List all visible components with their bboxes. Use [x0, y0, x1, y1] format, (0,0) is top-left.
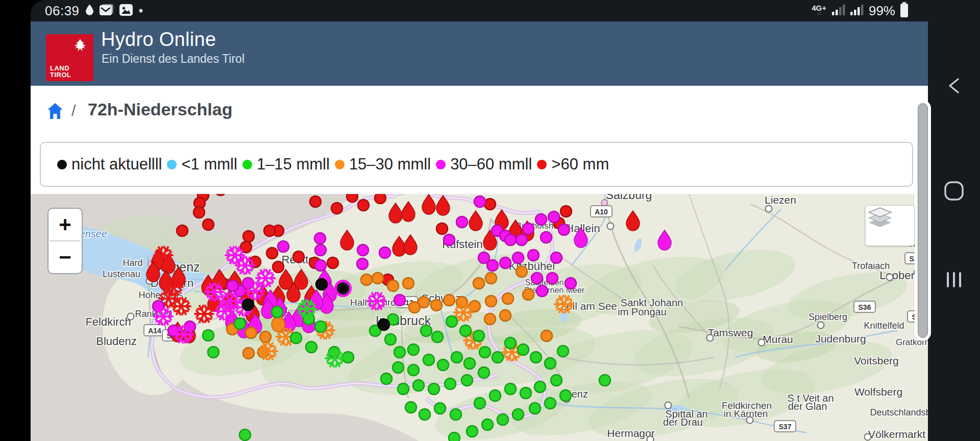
station-marker-dot[interactable] — [242, 299, 254, 310]
station-marker-dot[interactable] — [361, 274, 372, 285]
station-marker-dot[interactable] — [431, 300, 442, 311]
station-marker-dot[interactable] — [446, 316, 457, 327]
station-marker-dot[interactable] — [531, 273, 543, 284]
station-marker-dot[interactable] — [379, 247, 390, 258]
station-marker-dot[interactable] — [387, 280, 399, 291]
station-marker-dot[interactable] — [378, 319, 389, 330]
station-marker-dot[interactable] — [260, 331, 271, 342]
station-marker-dot[interactable] — [444, 295, 455, 306]
station-marker-dot[interactable] — [357, 244, 369, 256]
station-marker-dot[interactable] — [227, 280, 238, 291]
station-marker-dot[interactable] — [444, 234, 455, 246]
station-marker-dot[interactable] — [461, 375, 473, 386]
nav-back-button[interactable] — [928, 65, 980, 106]
station-marker-dot[interactable] — [273, 261, 284, 273]
station-marker-dot[interactable] — [450, 409, 461, 420]
station-marker-dot[interactable] — [264, 225, 275, 236]
station-marker-dot[interactable] — [484, 199, 496, 210]
station-marker-dot[interactable] — [541, 232, 552, 243]
station-marker-dot[interactable] — [419, 409, 430, 420]
station-marker-dot[interactable] — [290, 332, 302, 344]
station-marker-dot[interactable] — [456, 216, 468, 228]
station-marker-dot[interactable] — [451, 352, 462, 363]
station-marker-dot[interactable] — [310, 196, 321, 207]
station-marker-dot[interactable] — [385, 334, 396, 345]
station-marker-dot[interactable] — [445, 378, 456, 389]
station-marker-dot[interactable] — [482, 419, 493, 430]
station-marker-dot[interactable] — [449, 432, 460, 441]
station-marker-dot[interactable] — [306, 341, 317, 353]
station-marker-dot[interactable] — [208, 347, 219, 358]
station-marker-dot[interactable] — [478, 367, 489, 378]
station-marker-dot[interactable] — [474, 196, 485, 207]
station-marker-dot[interactable] — [203, 219, 214, 230]
station-marker-dot[interactable] — [315, 321, 326, 332]
precipitation-map[interactable]: A10A14S16A12S36S3S3S37BodenseeHardBregen… — [31, 194, 928, 441]
station-marker-dot[interactable] — [314, 233, 326, 244]
station-marker-dot[interactable] — [530, 352, 542, 363]
station-marker-dot[interactable] — [460, 325, 471, 336]
station-marker-dot[interactable] — [484, 313, 496, 325]
station-marker-dot[interactable] — [398, 383, 409, 395]
station-marker-dot[interactable] — [523, 223, 534, 234]
station-marker-dot[interactable] — [520, 387, 531, 399]
station-marker-dot[interactable] — [293, 251, 304, 262]
station-marker-dot[interactable] — [393, 362, 404, 373]
station-marker-dot[interactable] — [479, 347, 491, 358]
station-marker-dot[interactable] — [272, 306, 283, 317]
station-marker-dot[interactable] — [394, 347, 405, 358]
station-marker-dot[interactable] — [408, 364, 419, 376]
station-marker-dot[interactable] — [193, 207, 205, 218]
station-marker-dot[interactable] — [505, 383, 516, 395]
station-marker-dot[interactable] — [243, 348, 254, 359]
station-marker-dot[interactable] — [266, 248, 278, 259]
station-marker-dot[interactable] — [473, 330, 484, 341]
station-marker-dot[interactable] — [545, 358, 556, 369]
station-marker-dot[interactable] — [489, 390, 501, 401]
station-marker-dot[interactable] — [474, 398, 485, 409]
station-marker-dot[interactable] — [551, 252, 562, 263]
station-marker-dot[interactable] — [405, 402, 416, 413]
station-marker-dot[interactable] — [423, 354, 434, 365]
station-marker-dot[interactable] — [437, 359, 449, 371]
station-marker-dot[interactable] — [505, 234, 516, 246]
station-marker-dot[interactable] — [534, 381, 546, 393]
station-marker-dot[interactable] — [467, 426, 478, 437]
zoom-out-button[interactable]: − — [48, 241, 82, 273]
station-marker-dot[interactable] — [434, 403, 446, 414]
station-marker-dot[interactable] — [243, 231, 254, 242]
station-marker-dot[interactable] — [473, 278, 484, 289]
station-marker-dot[interactable] — [547, 273, 558, 284]
station-marker-dot[interactable] — [408, 344, 419, 355]
station-marker-dot[interactable] — [500, 310, 511, 321]
station-marker-dot[interactable] — [432, 331, 443, 342]
station-marker-dot[interactable] — [357, 258, 368, 270]
station-marker-dot[interactable] — [545, 398, 556, 409]
station-marker-dot[interactable] — [394, 295, 405, 306]
station-marker-dot[interactable] — [558, 224, 570, 235]
station-marker-dot[interactable] — [403, 278, 414, 289]
station-marker-dot[interactable] — [485, 296, 497, 307]
station-marker-dot[interactable] — [512, 252, 524, 263]
station-marker-dot[interactable] — [502, 293, 513, 304]
nav-recents-button[interactable] — [928, 259, 980, 300]
station-marker-dot[interactable] — [548, 211, 559, 223]
station-marker-dot[interactable] — [316, 279, 327, 290]
station-marker-dot[interactable] — [203, 330, 214, 341]
station-marker-dot[interactable] — [505, 337, 516, 349]
station-marker-dot[interactable] — [551, 375, 562, 386]
station-marker-dot[interactable] — [487, 260, 498, 271]
station-marker-dot[interactable] — [485, 273, 497, 284]
station-marker-dot[interactable] — [529, 403, 541, 414]
station-marker-dot[interactable] — [599, 375, 610, 386]
station-marker-selected[interactable] — [334, 280, 352, 297]
station-marker-dot[interactable] — [528, 250, 539, 261]
station-marker-dot[interactable] — [372, 273, 383, 284]
station-marker-dot[interactable] — [464, 358, 475, 369]
station-marker-dot[interactable] — [315, 244, 326, 256]
station-marker-dot[interactable] — [347, 194, 358, 202]
station-marker-dot[interactable] — [331, 203, 342, 214]
station-marker-dot[interactable] — [215, 194, 226, 195]
station-marker-dot[interactable] — [536, 285, 548, 297]
station-marker-dot[interactable] — [246, 327, 257, 338]
